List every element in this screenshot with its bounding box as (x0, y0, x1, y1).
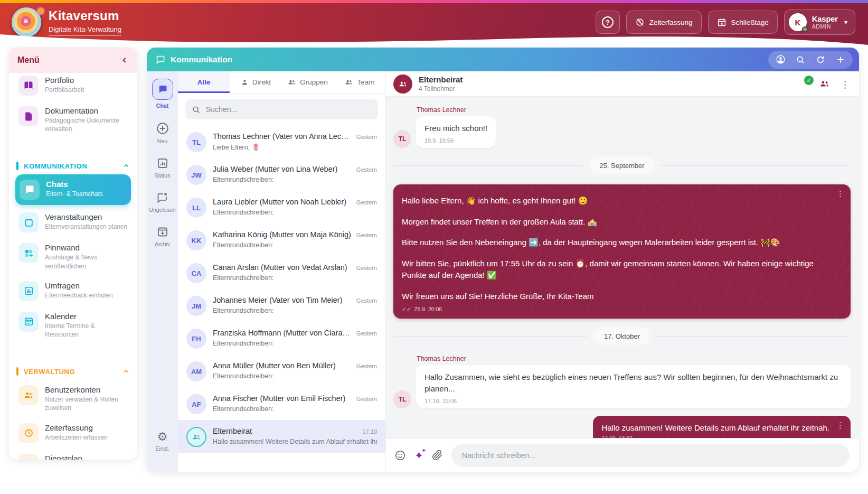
chat-name: Anna Müller (Mutter von Ben Müller) (213, 361, 352, 370)
list-item-elternbeirat-selected[interactable]: Elternbeirat17.10 Hallo zusammen! Weiter… (178, 420, 385, 453)
section-verwaltung[interactable]: VERWALTUNG (16, 367, 130, 376)
participants-count: 4 Teilnehmer (419, 85, 463, 92)
table-grid-icon (18, 454, 39, 460)
list-item[interactable]: KK Katharina König (Mutter von Maja Köni… (178, 223, 385, 256)
list-item[interactable]: JM Johannes Meier (Vater von Tim Meier)G… (178, 289, 385, 322)
plus-icon (836, 55, 845, 64)
message-time: 17.10. 13:06 (424, 398, 842, 404)
unread-chat-icon (156, 191, 168, 204)
message-bubble[interactable]: Freu mich schon!! 19.9. 16:56 (416, 116, 496, 148)
list-item[interactable]: AF Anna Fischer (Mutter von Emil Fischer… (178, 387, 385, 420)
section-label: VERWALTUNG (24, 368, 117, 376)
avatar: AF (186, 394, 206, 414)
user-name: Kasper (812, 15, 838, 24)
sidebar-item-dokumentation[interactable]: Dokumentation Pädagogische Dokumente ver… (15, 101, 131, 138)
message-bubble[interactable]: Hallo Zusammen, wie sieht es bezüglich e… (416, 365, 851, 408)
rail-item-status[interactable]: Status (155, 157, 171, 179)
announcement-bubble[interactable]: ⋮ Hallo liebe Eltern, 👋 ich hoffe, es ge… (393, 184, 851, 319)
avatar: AM (186, 361, 206, 381)
chat-preview: Elternrundschreiben: (213, 274, 377, 282)
rail-item-chat[interactable]: Chat (152, 79, 173, 109)
people-icon (18, 385, 39, 405)
chat-time: Gestern (356, 232, 377, 238)
participants-button[interactable] (819, 78, 830, 89)
chat-name: Julia Weber (Mutter von Lina Weber) (213, 165, 352, 173)
refresh-button[interactable] (810, 51, 831, 69)
chat-preview: Elternrundschreiben: (213, 307, 377, 314)
date-chip: 17. Oktober (596, 329, 648, 343)
tab-alle[interactable]: Alle (178, 71, 230, 93)
clock-icon (18, 423, 39, 443)
book-icon (18, 76, 39, 96)
search-input[interactable] (206, 105, 372, 114)
nav-title: Pinnwand (45, 243, 128, 252)
list-item[interactable]: FH Franziska Hoffmann (Mutter von Clara … (178, 322, 385, 355)
circle-plus-icon (156, 122, 169, 135)
rail-item-einstellungen[interactable]: ⚙ Einst. (155, 431, 169, 452)
sidebar-item-kalender[interactable]: Kalender Interne Termine & Ressourcen (15, 306, 131, 344)
conversation-menu-button[interactable]: ⋮ (841, 80, 850, 89)
list-item[interactable]: AM Anna Müller (Mutter von Ben Müller)Ge… (178, 355, 385, 387)
sidebar-item-benutzerkonten[interactable]: Benutzerkonten Nutzer verwalten & Rollen… (15, 380, 131, 417)
nav-subtitle: Elternfeedback einholen (45, 291, 113, 300)
calendar-x-icon (717, 17, 727, 27)
search-icon (796, 55, 805, 64)
chevron-down-icon: ▾ (844, 18, 847, 26)
message-input[interactable] (451, 444, 850, 467)
nav-subtitle: Eltern- & Teamchats (46, 190, 103, 198)
status-poll-icon (156, 157, 169, 170)
sidebar-item-pinnwand[interactable]: Pinnwand Aushänge & News veröffentlichen (15, 238, 131, 275)
list-item[interactable]: LL Laura Liebler (Mutter von Noah Lieble… (178, 191, 385, 223)
sidebar-title: Menü (17, 55, 40, 65)
sparkles-icon: ✦✦ (414, 450, 423, 461)
nav-title: Benutzerkonten (45, 385, 128, 394)
sidebar-item-dienstplan[interactable]: Dienstplan Schichten planen & besetzen (15, 449, 131, 460)
sidebar-item-chats[interactable]: Chats Eltern- & Teamchats (15, 174, 131, 205)
search-button[interactable] (790, 51, 810, 69)
rail-item-neu[interactable]: Neu (156, 122, 169, 144)
tab-direkt[interactable]: Direkt (230, 71, 281, 93)
message-paragraph: Wir bitten Sie, pünktlich um 17:55 Uhr d… (402, 258, 826, 281)
chat-preview: Elternrundschreiben: (213, 372, 377, 380)
list-item[interactable]: JW Julia Weber (Mutter von Lina Weber)Ge… (178, 158, 385, 191)
message-bubble[interactable]: ⋮ Hallo zusammen! Weitere Details zum Ab… (593, 416, 851, 438)
nav-subtitle: Aushänge & News veröffentlichen (45, 253, 128, 270)
sidebar-item-umfragen[interactable]: Umfragen Elternfeedback einholen (15, 276, 131, 306)
chat-name: Anna Fischer (Mutter von Emil Fischer) (213, 394, 352, 403)
avatar: JW (186, 165, 206, 185)
sidebar-item-veranstaltungen[interactable]: Veranstaltungen Elternveranstaltungen pl… (15, 207, 131, 238)
rail-item-ungelesen[interactable]: Ungelesen (149, 191, 175, 213)
chat-list[interactable]: TL Thomas Lechner (Vater von Anna Lechne… (178, 125, 385, 472)
message-menu-button[interactable]: ⋮ (836, 190, 844, 198)
profile-button[interactable] (770, 51, 790, 69)
attachment-button[interactable] (432, 450, 443, 461)
rail-item-archiv[interactable]: Archiv (155, 226, 170, 247)
sidebar-item-portfolio[interactable]: Portfolio Portfolioarbeit (15, 73, 131, 101)
avatar: TL (393, 390, 411, 408)
sidebar-scroll-area[interactable]: Portfolio Portfolioarbeit Dokumentation … (9, 73, 137, 460)
message-list[interactable]: Thomas Lechner TL Freu mich schon!! 19.9… (386, 97, 859, 438)
sidebar-collapse-button[interactable] (120, 56, 129, 64)
sidebar-item-zeiterfassung[interactable]: Zeiterfassung Arbeitszeiten erfassen (15, 418, 131, 449)
nav-title: Chats (46, 180, 103, 189)
sender-name: Thomas Lechner (417, 106, 851, 114)
message-menu-button[interactable]: ⋮ (836, 421, 844, 429)
section-kommunikation[interactable]: KOMMUNIKATION (16, 162, 130, 170)
list-item[interactable]: CA Canan Arslan (Mutter von Vedat Arslan… (178, 256, 385, 289)
people-icon (287, 78, 296, 87)
chat-name: Katharina König (Mutter von Maja König) (213, 230, 352, 239)
tab-gruppen[interactable]: Gruppen (282, 71, 334, 93)
emoji-button[interactable] (394, 450, 406, 461)
ai-assist-button[interactable]: ✦✦ (414, 450, 423, 461)
message-paragraph: Wir freuen uns auf Sie! Herzliche Grüße,… (402, 291, 826, 302)
tab-team[interactable]: Team (334, 71, 385, 93)
chat-preview: Elternrundschreiben: (213, 340, 377, 347)
sidebar: Menü Portfolio Portfolioarbeit Dokumenta… (9, 48, 137, 460)
chevron-up-icon (122, 162, 130, 170)
message-paragraph: Morgen findet unser Treffen in der große… (402, 216, 826, 228)
new-chat-button[interactable] (831, 51, 851, 69)
verified-badge: ✓ (804, 76, 814, 85)
message-text: Hallo zusammen! Weitere Details zum Abla… (601, 423, 829, 432)
list-item[interactable]: TL Thomas Lechner (Vater von Anna Lechne… (178, 125, 385, 158)
date-divider: 17. Oktober (393, 329, 851, 343)
